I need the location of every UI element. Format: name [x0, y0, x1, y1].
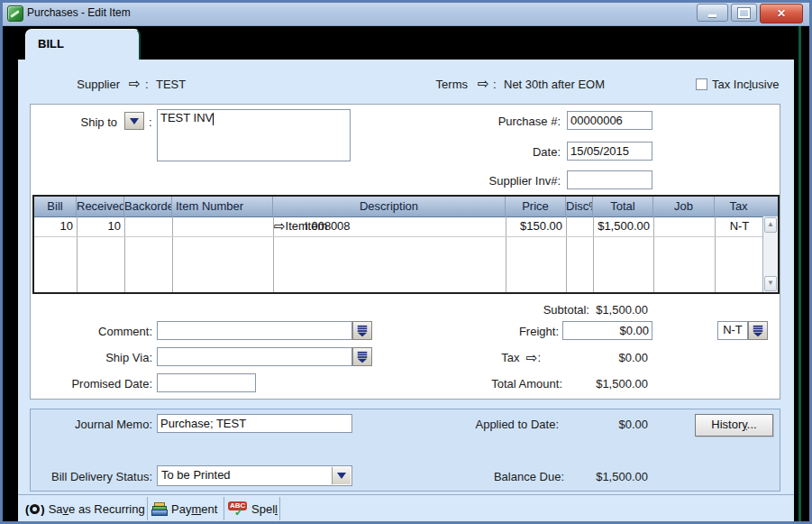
supplier-label: Supplier [18, 78, 120, 91]
separator [279, 497, 280, 520]
col-total: Total [593, 197, 653, 216]
supplier-inv-label: Supplier Inv#: [409, 174, 561, 188]
cell-received[interactable]: 10 [78, 216, 121, 236]
delivery-dropdown-button[interactable] [332, 467, 351, 484]
balance-due-value: $1,500.00 [504, 470, 648, 483]
purchase-no-label: Purchase #: [409, 115, 561, 128]
dropdown-arrow-icon [130, 118, 139, 124]
action-bar: () Save as Recurring Payment ABC✓ Spell [18, 494, 794, 522]
freight-input[interactable] [562, 321, 652, 340]
table-header: Bill Received Backorder Item Number Desc… [34, 197, 778, 217]
recurring-icon: () [25, 502, 45, 516]
payment-button[interactable]: Payment [151, 495, 223, 522]
cell-description[interactable]: Item 008 [305, 216, 503, 236]
payment-icon [151, 502, 167, 516]
col-bill: Bill [34, 197, 77, 216]
col-disc: Disc% [566, 197, 593, 216]
table-scrollbar[interactable]: ▲ ▼ [762, 216, 778, 292]
items-table: Bill Received Backorder Item Number Desc… [32, 195, 780, 294]
date-input[interactable] [567, 142, 652, 161]
main-panel: Supplier ⇨ : TEST Terms ⇨ : Net 30th aft… [18, 60, 794, 521]
comment-list-button[interactable] [352, 321, 372, 340]
close-button[interactable]: ✕ [760, 4, 803, 23]
list-select-icon [752, 325, 764, 337]
item-zoom-arrow-icon[interactable]: ⇨ [274, 221, 286, 231]
date-label: Date: [409, 145, 561, 159]
cell-disc[interactable] [567, 216, 590, 236]
dropdown-arrow-icon [337, 473, 346, 479]
list-select-icon [356, 325, 369, 337]
tax-value: $0.00 [504, 351, 648, 364]
journal-memo-label: Journal Memo: [31, 418, 152, 431]
ship-via-label: Ship Via: [31, 351, 152, 364]
maximize-icon [738, 8, 750, 18]
cell-price[interactable]: $150.00 [506, 216, 562, 236]
ship-to-label: Ship to [31, 115, 117, 129]
col-tax: Tax [715, 197, 762, 216]
close-icon: ✕ [777, 7, 786, 20]
cell-tax[interactable]: N-T [716, 216, 763, 236]
terms-value: Net 30th after EOM [504, 78, 605, 91]
supplier-inv-input[interactable] [567, 170, 652, 189]
titlebar[interactable]: Purchases - Edit Item [0, 0, 812, 26]
text-caret [213, 113, 214, 125]
freight-label: Freight: [409, 325, 559, 338]
cell-total[interactable]: $1,500.00 [594, 216, 650, 236]
ship-to-textarea[interactable]: TEST INV [157, 109, 351, 161]
maximize-button[interactable] [731, 4, 757, 22]
col-backorder: Backorder [124, 197, 172, 216]
total-amount-value: $1,500.00 [504, 377, 648, 391]
history-button[interactable]: History... [695, 414, 773, 437]
cell-backorder[interactable] [173, 216, 270, 236]
freight-tax-code-field[interactable]: N-T [717, 321, 748, 340]
spell-label: Spell [251, 502, 278, 516]
supplier-zoom-arrow-icon[interactable]: ⇨ [129, 78, 141, 88]
journal-memo-input[interactable] [157, 414, 352, 433]
table-body: 10 10 ⇨Item 008 Item 008 $150.00 $1,500.… [34, 216, 762, 292]
col-job: Job [653, 197, 715, 216]
terms-zoom-arrow-icon[interactable]: ⇨ [478, 78, 489, 88]
accent-line [798, 25, 801, 524]
subtotal-value: $1,500.00 [504, 303, 648, 317]
ship-via-list-button[interactable] [352, 347, 372, 366]
separator [224, 497, 224, 520]
col-price: Price [506, 197, 566, 216]
scroll-up-button[interactable]: ▲ [764, 217, 777, 233]
tab-bill[interactable]: BILL [25, 29, 141, 60]
scroll-down-button[interactable]: ▼ [764, 276, 777, 291]
payment-label: Payment [171, 502, 217, 516]
ship-via-input[interactable] [157, 347, 352, 366]
col-description: Description [273, 197, 506, 216]
minimize-button[interactable] [697, 4, 728, 22]
col-received: Received [77, 197, 124, 216]
applied-to-date-value: $0.00 [504, 418, 648, 431]
separator [147, 497, 148, 520]
save-as-recurring-label: Save as Recurring [49, 502, 145, 516]
supplier-colon: : [145, 78, 149, 91]
freight-tax-list-button[interactable] [748, 321, 768, 340]
tax-inclusive-checkbox[interactable] [696, 78, 707, 90]
scroll-down-icon: ▼ [767, 279, 774, 287]
list-select-icon [356, 351, 369, 363]
minimize-icon [708, 14, 716, 17]
comment-label: Comment: [31, 325, 152, 338]
comment-input[interactable] [157, 321, 352, 340]
ship-to-dropdown-button[interactable] [124, 112, 144, 130]
cell-job[interactable] [654, 216, 711, 236]
delivery-status-dropdown[interactable]: To be Printed [157, 465, 352, 486]
tax-inclusive-label: Tax Inclusive [712, 78, 779, 91]
promised-date-input[interactable] [157, 373, 256, 392]
save-as-recurring-button[interactable]: () Save as Recurring [25, 495, 146, 522]
app-icon [7, 5, 23, 22]
ship-to-colon: : [149, 115, 152, 129]
spell-button[interactable]: ABC✓ Spell [228, 495, 278, 522]
spell-icon: ABC✓ [228, 501, 248, 516]
delivery-status-value: To be Printed [161, 468, 231, 482]
window-title: Purchases - Edit Item [27, 6, 131, 19]
purchase-no-input[interactable] [567, 111, 652, 130]
order-box: Ship to : TEST INV Import Declaration Pu… [30, 104, 780, 400]
cell-bill[interactable]: 10 [34, 216, 73, 236]
client-area: BILL Supplier ⇨ : TEST Terms ⇨ : Net 30t… [0, 25, 812, 524]
delivery-status-label: Bill Delivery Status: [31, 470, 152, 483]
scroll-up-icon: ▲ [767, 220, 774, 228]
